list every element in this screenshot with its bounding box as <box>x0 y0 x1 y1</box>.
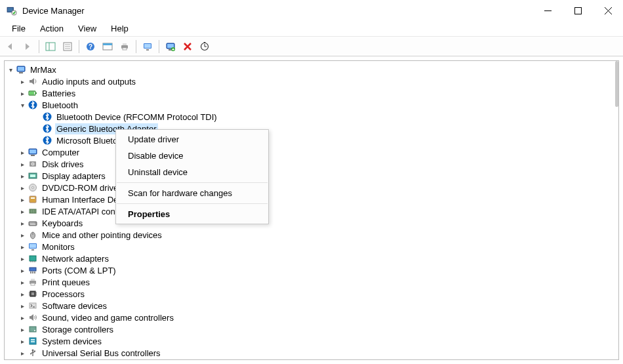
bluetooth-icon <box>41 123 53 134</box>
tree-category[interactable]: ▾ Bluetooth <box>6 99 617 111</box>
tree-category[interactable]: ▸ Keyboards <box>6 217 617 229</box>
tree-category[interactable]: ▸ Network adapters <box>6 253 617 264</box>
maximize-button[interactable] <box>563 0 593 21</box>
scrollbar-thumb[interactable] <box>615 61 618 107</box>
tree-category[interactable]: ▸ Disk drives <box>6 158 617 170</box>
usb-icon <box>27 348 39 358</box>
ctx-disable-device[interactable]: Disable device <box>116 148 268 164</box>
close-button[interactable] <box>593 0 623 21</box>
category-label: Computer <box>41 147 81 158</box>
category-label: Batteries <box>41 88 77 99</box>
tree-category[interactable]: ▸ Human Interface Dev <box>6 193 617 205</box>
add-legacy-hardware-button[interactable]: + <box>163 39 178 54</box>
chevron-right-icon[interactable]: ▸ <box>18 254 27 263</box>
print-button[interactable] <box>117 39 132 54</box>
chevron-right-icon[interactable]: ▸ <box>18 89 27 98</box>
action-log-button[interactable] <box>100 39 115 54</box>
forward-button[interactable] <box>20 39 35 54</box>
context-menu: Update driver Disable device Uninstall d… <box>115 129 269 224</box>
bluetooth-icon <box>41 111 53 122</box>
tree-category[interactable]: ▸ System devices <box>6 335 617 347</box>
chevron-right-icon[interactable]: ▸ <box>18 277 27 287</box>
dvd-icon <box>27 182 39 193</box>
tree-category[interactable]: ▸ IDE ATA/ATAPI contro <box>6 205 617 217</box>
app-icon <box>7 5 17 16</box>
chevron-right-icon[interactable]: ▸ <box>18 242 27 251</box>
tree-category[interactable]: ▸ Processors <box>6 288 617 300</box>
chevron-right-icon[interactable]: ▸ <box>18 336 27 346</box>
chevron-right-icon[interactable]: ▸ <box>18 266 27 275</box>
category-label: Software devices <box>41 300 108 312</box>
ctx-uninstall-device[interactable]: Uninstall device <box>116 164 268 180</box>
chevron-right-icon[interactable]: ▸ <box>18 171 27 180</box>
battery-icon <box>27 88 39 98</box>
chevron-right-icon[interactable]: ▸ <box>18 195 27 204</box>
tree-category[interactable]: ▸ Mice and other pointing devices <box>6 229 617 241</box>
toolbar-separator <box>39 40 39 53</box>
back-button[interactable] <box>3 39 18 54</box>
category-label: Monitors <box>41 241 76 253</box>
category-label: Print queues <box>41 277 91 288</box>
menu-help[interactable]: Help <box>104 22 135 35</box>
chevron-right-icon[interactable]: ▸ <box>18 207 27 216</box>
tree-category[interactable]: ▸ Computer <box>6 146 617 158</box>
toolbar-separator <box>79 40 79 53</box>
menu-view[interactable]: View <box>71 22 103 35</box>
tree-category[interactable]: ▸ DVD/CD-ROM drives <box>6 182 617 193</box>
chevron-right-icon[interactable]: ▸ <box>18 159 27 169</box>
computer-icon <box>27 147 39 157</box>
tree-device[interactable]: ▸ Bluetooth Device (RFCOMM Protocol TDI) <box>6 111 617 123</box>
category-label: Network adapters <box>41 253 110 264</box>
tree-category[interactable]: ▸ Sound, video and game controllers <box>6 312 617 323</box>
ctx-scan-hardware[interactable]: Scan for hardware changes <box>116 185 268 201</box>
device-tree-panel: ▾ MrMax ▸ Audio inputs and outputs ▸ Bat… <box>4 60 619 360</box>
tree-category[interactable]: ▸ Audio inputs and outputs <box>6 75 617 87</box>
uninstall-button[interactable] <box>180 39 195 54</box>
chevron-right-icon[interactable]: ▸ <box>18 77 27 86</box>
menu-action[interactable]: Action <box>33 22 70 35</box>
ctx-separator <box>117 203 268 204</box>
tree-device[interactable]: ▸ Microsoft Bluetoo <box>6 134 617 146</box>
software-device-icon <box>27 300 39 311</box>
svg-text:?: ? <box>89 43 92 51</box>
menu-file[interactable]: File <box>5 22 32 35</box>
chevron-right-icon[interactable]: ▸ <box>18 348 27 357</box>
chevron-right-icon[interactable]: ▸ <box>18 183 27 192</box>
chevron-right-icon[interactable]: ▸ <box>18 148 27 157</box>
tree-category[interactable]: ▸ Display adapters <box>6 170 617 182</box>
tree-category[interactable]: ▸ Batteries <box>6 87 617 99</box>
tree-category[interactable]: ▸ Software devices <box>6 300 617 312</box>
properties-sheet-button[interactable] <box>60 39 75 54</box>
ide-icon <box>27 206 39 216</box>
category-label: Audio inputs and outputs <box>41 76 137 87</box>
scan-hardware-button[interactable] <box>197 39 212 54</box>
tree-category[interactable]: ▸ Ports (COM & LPT) <box>6 264 617 276</box>
chevron-down-icon[interactable]: ▾ <box>18 100 27 110</box>
chevron-down-icon[interactable]: ▾ <box>6 65 15 74</box>
chevron-right-icon[interactable]: ▸ <box>18 313 27 322</box>
category-label: DVD/CD-ROM drives <box>41 182 124 193</box>
category-label: Keyboards <box>41 218 84 229</box>
chevron-right-icon[interactable]: ▸ <box>18 289 27 298</box>
tree-category[interactable]: ▸ Universal Serial Bus controllers <box>6 347 617 359</box>
system-device-icon <box>27 336 39 346</box>
device-label: Bluetooth Device (RFCOMM Protocol TDI) <box>55 111 218 123</box>
tree-category[interactable]: ▸ Monitors <box>6 241 617 253</box>
tree-category[interactable]: ▸ Print queues <box>6 276 617 288</box>
chevron-right-icon[interactable]: ▸ <box>18 325 27 334</box>
chevron-right-icon[interactable]: ▸ <box>18 301 27 310</box>
minimize-button[interactable] <box>533 0 563 21</box>
chevron-right-icon[interactable]: ▸ <box>18 218 27 228</box>
tree-device[interactable]: ▸ Generic Bluetooth Adapter <box>6 123 617 134</box>
view-devices-button[interactable] <box>140 39 155 54</box>
tree-category[interactable]: ▸ Storage controllers <box>6 323 617 335</box>
svg-rect-71 <box>103 43 112 45</box>
ctx-properties[interactable]: Properties <box>116 206 268 222</box>
help-button[interactable]: ? <box>83 39 98 54</box>
show-hide-tree-button[interactable] <box>43 39 58 54</box>
chevron-right-icon[interactable]: ▸ <box>18 230 27 239</box>
ctx-update-driver[interactable]: Update driver <box>116 131 268 148</box>
display-adapter-icon <box>27 171 39 181</box>
tree-root[interactable]: ▾ MrMax <box>6 64 617 75</box>
category-label: Mice and other pointing devices <box>41 230 163 241</box>
